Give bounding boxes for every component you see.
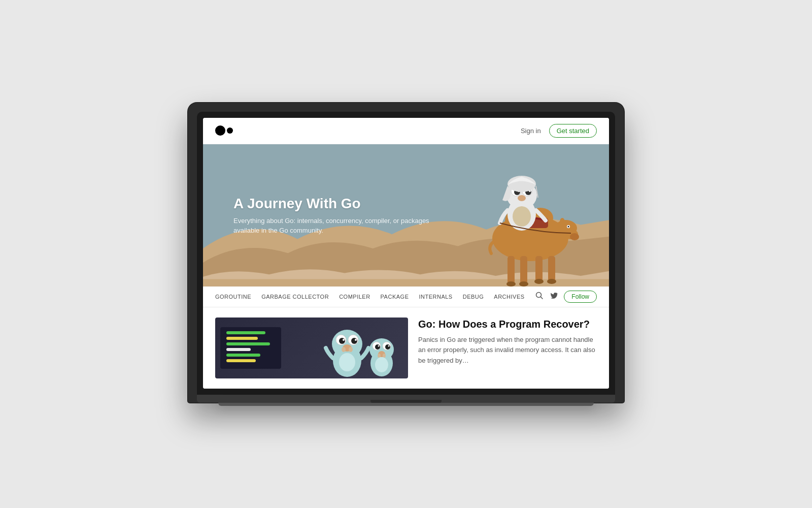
article-section: Go: How Does a Program Recover? Panics i…: [203, 307, 609, 389]
screen-bezel: Sign in Get started: [197, 112, 615, 395]
twitter-button[interactable]: [550, 292, 558, 302]
svg-point-36: [339, 338, 345, 344]
follow-button[interactable]: Follow: [564, 291, 597, 303]
svg-point-9: [568, 226, 569, 227]
svg-point-28: [518, 195, 526, 201]
laptop-body: Sign in Get started: [188, 103, 624, 403]
code-line-5: [226, 354, 260, 357]
svg-rect-11: [507, 256, 515, 284]
hero-section: A Journey With Go Everything about Go: i…: [203, 144, 609, 287]
svg-rect-12: [520, 256, 527, 284]
gopher-characters-svg: [307, 318, 408, 378]
svg-point-54: [383, 354, 386, 358]
laptop: Sign in Get started: [188, 103, 624, 406]
svg-point-39: [355, 339, 357, 341]
code-line-4: [226, 348, 251, 351]
code-line-6: [226, 359, 256, 362]
svg-rect-14: [548, 256, 555, 281]
svg-rect-13: [535, 256, 543, 281]
svg-point-10: [560, 218, 565, 226]
category-archives[interactable]: ARCHIVES: [494, 294, 524, 300]
code-line-1: [226, 331, 265, 334]
svg-point-17: [534, 279, 544, 284]
svg-point-50: [378, 345, 380, 346]
category-nav: GOROUTINE GARBAGE COLLECTOR COMPILER PAC…: [203, 287, 609, 307]
hero-subtitle: Everything about Go: internals, concurre…: [233, 215, 447, 235]
screen: Sign in Get started: [203, 118, 609, 389]
article-excerpt: Panics in Go are triggered when the prog…: [418, 335, 597, 366]
hero-title: A Journey With Go: [233, 195, 447, 211]
hero-text: A Journey With Go Everything about Go: i…: [233, 195, 447, 235]
svg-point-48: [375, 344, 380, 350]
svg-point-53: [378, 354, 381, 358]
svg-point-18: [547, 279, 556, 284]
camel-gopher-svg: [436, 154, 589, 287]
search-icon: [535, 292, 544, 300]
svg-point-30: [513, 206, 531, 227]
svg-point-42: [349, 347, 353, 352]
medium-logo: [215, 125, 233, 136]
laptop-foot: [218, 403, 594, 406]
svg-point-38: [343, 339, 345, 341]
logo-circle-big: [215, 125, 225, 136]
sign-in-button[interactable]: Sign in: [521, 127, 541, 135]
hero-illustration: [436, 154, 589, 287]
laptop-base: [197, 395, 615, 403]
svg-point-15: [506, 281, 516, 287]
svg-point-55: [375, 357, 388, 372]
category-compiler[interactable]: COMPILER: [339, 294, 370, 300]
category-debug[interactable]: DEBUG: [463, 294, 484, 300]
category-goroutine[interactable]: GOROUTINE: [215, 294, 251, 300]
category-items: GOROUTINE GARBAGE COLLECTOR COMPILER PAC…: [215, 287, 525, 307]
svg-point-7: [570, 233, 579, 240]
nav-right: Sign in Get started: [521, 124, 597, 138]
twitter-icon: [550, 292, 558, 300]
svg-point-37: [351, 338, 357, 344]
get-started-button[interactable]: Get started: [549, 124, 597, 138]
category-garbage-collector[interactable]: GARBAGE COLLECTOR: [261, 294, 329, 300]
article-content: Go: How Does a Program Recover? Panics i…: [418, 318, 597, 378]
code-line-3: [226, 342, 270, 345]
svg-point-43: [339, 353, 355, 371]
code-block: [220, 327, 281, 369]
article-title: Go: How Does a Program Recover?: [418, 318, 597, 331]
svg-point-49: [385, 344, 390, 350]
svg-point-16: [519, 281, 528, 287]
svg-point-51: [388, 345, 390, 346]
svg-point-41: [342, 347, 346, 352]
logo-circle-small: [227, 128, 233, 134]
article-image: [215, 318, 408, 378]
top-nav: Sign in Get started: [203, 118, 609, 144]
category-right: Follow: [535, 291, 597, 303]
search-button[interactable]: [535, 292, 544, 302]
category-internals[interactable]: INTERNALS: [419, 294, 452, 300]
code-line-2: [226, 337, 258, 340]
category-package[interactable]: PACKAGE: [381, 294, 409, 300]
